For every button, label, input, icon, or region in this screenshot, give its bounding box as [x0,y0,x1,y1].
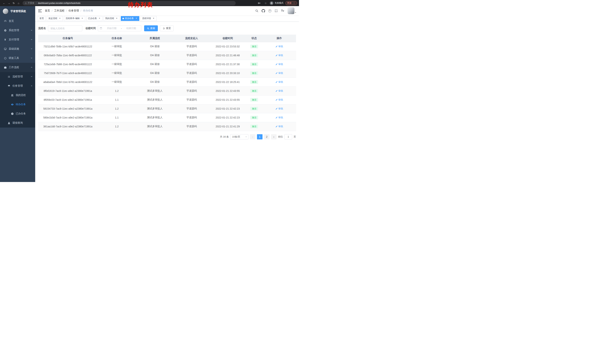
help-icon[interactable]: ? [268,9,271,12]
tab-item[interactable]: 流程详情× [141,16,157,21]
chevron-down-icon [31,57,33,59]
back-icon[interactable]: ← [2,1,6,5]
edit-icon [275,116,278,119]
home-icon[interactable]: ⌂ [16,1,21,5]
sidebar-item[interactable]: 基础设施 [0,44,35,54]
sidebar-item[interactable]: 首页 [0,16,35,26]
tab-item[interactable]: 我的流程× [104,16,120,21]
page-button-2[interactable]: 2 [264,134,270,139]
process-cell: 测试多审批人 [136,122,174,131]
tab-item[interactable]: 流程表单-编辑× [64,16,85,21]
sidebar-item[interactable]: 研发工具 [0,54,35,63]
key-icon[interactable] [257,1,262,5]
create-time-label: 创建时间 [85,27,96,30]
created-time-cell: 2022-01-21 22:42:23 [210,104,246,113]
avatar[interactable] [288,7,295,14]
chevron-down-icon: ▾ [246,136,247,138]
forward-icon[interactable]: → [7,1,11,5]
approve-link-label: 审批 [278,98,283,101]
reload-icon[interactable]: ↻ [11,1,16,5]
update-button[interactable]: 更新 ⋮ [285,1,297,5]
search-button[interactable]: 搜索 [144,25,158,31]
task-name-cell: 1.1 [98,95,136,104]
tab-item[interactable]: 首页 [38,16,46,21]
approve-link-label: 审批 [278,72,283,75]
approve-link[interactable]: 审批 [275,80,283,84]
sidebar-item-label: 工作流程 [9,66,19,69]
breadcrumb-home[interactable]: 首页 [45,9,50,12]
page-size-select[interactable]: 10条/页 ▾ [230,134,249,139]
sidebar-item[interactable]: ¥支付管理 [0,35,35,44]
reset-button[interactable]: 重置 [160,25,174,31]
sidebar-item[interactable]: 待办任务 [0,100,35,109]
hamburger-icon[interactable] [38,9,42,12]
goto-label: 前往 [278,135,283,138]
more-menu-icon[interactable]: ⋮ [293,2,295,4]
github-icon[interactable] [262,9,265,13]
process-name-input[interactable] [48,25,82,31]
status-cell: 激活 [246,69,263,78]
close-icon[interactable]: × [98,17,101,20]
tab-item[interactable]: 发起流程× [47,16,63,21]
page-button-1[interactable]: 1 [257,134,263,139]
fullscreen-icon[interactable] [274,9,278,12]
search-icon[interactable] [255,9,258,12]
close-icon[interactable]: × [152,17,155,20]
tab-item[interactable]: 已办任务× [86,16,102,21]
task-table: 任务编号 任务名称 所属流程 流程发起人 创建时间 状态 操作 73211d9d… [38,35,296,131]
start-date-placeholder[interactable]: 开始日期 [103,27,120,30]
star-icon[interactable]: ☆ [263,1,268,5]
date-range-picker[interactable]: 开始日期 - 结束日期 [98,25,141,31]
close-icon[interactable]: × [81,17,83,20]
close-icon[interactable]: × [58,17,61,20]
status-cell: 激活 [246,51,263,60]
actions-cell: 审批 [263,95,296,104]
goto-page-input[interactable] [284,134,292,139]
actions-cell: 审批 [263,78,296,87]
user-menu[interactable]: ▾ [288,7,296,14]
goto-suffix: 页 [294,135,296,138]
approve-link[interactable]: 审批 [275,125,283,128]
sidebar-item[interactable]: 我的流程 [0,90,35,100]
approve-link[interactable]: 审批 [275,98,283,101]
next-page-button[interactable]: › [271,134,277,139]
filter-bar: 流程名 创建时间 开始日期 - 结束日期 搜索 重置 [38,25,296,31]
eye-icon [11,103,14,106]
sidebar-item[interactable]: 任务管理 [0,81,35,90]
sidebar-item-label: 流程管理 [12,75,23,78]
sidebar-item[interactable]: 请假查询 [0,118,35,128]
approve-link[interactable]: 审批 [275,107,283,110]
url-text: dashboard.yudao.iocoder.cn/bpm/task/todo [38,2,81,4]
font-size-icon[interactable] [281,9,284,12]
process-cell: 测试多审批人 [136,104,174,113]
end-date-placeholder[interactable]: 结束日期 [123,27,140,30]
approve-link[interactable]: 审批 [275,45,283,48]
chevron-down-icon [31,39,33,40]
close-icon[interactable]: × [135,17,138,20]
breadcrumb-task-management[interactable]: 任务管理 [68,9,79,12]
edit-icon [275,90,278,92]
sidebar-item[interactable]: 流程管理 [0,72,35,81]
sidebar-item[interactable]: 系统管理 [0,26,35,35]
column-header-actions: 操作 [263,35,296,42]
approve-link[interactable]: 审批 [275,54,283,57]
sidebar-item[interactable]: 已办任务 [0,109,35,118]
tab-item[interactable]: 待办任务× [121,16,139,21]
breadcrumb-workflow[interactable]: 工作流程 [54,9,65,12]
initiator-cell: 芋道源码 [174,51,210,60]
task-id-cell: 580e1b3d-7ac8-11ec-a9e2-a2380e71991a [38,113,98,122]
security-chip[interactable]: ⚠ 不安全 [25,1,34,5]
approve-link[interactable]: 审批 [275,89,283,93]
tab-label: 流程表单-编辑 [66,17,80,20]
task-name-cell: 1.2 [98,122,136,131]
approve-link[interactable]: 审批 [275,63,283,66]
prev-page-button[interactable]: ‹ [250,134,256,139]
sidebar-item[interactable]: 工作流程 [0,63,35,72]
edit-icon [275,108,278,110]
approve-link[interactable]: 审批 [275,72,283,75]
close-icon[interactable]: × [116,17,118,20]
app-logo[interactable]: 芋道管理系统 [0,6,35,16]
security-label: 不安全 [28,1,34,5]
chevron-down-icon [31,29,33,31]
approve-link[interactable]: 审批 [275,116,283,119]
